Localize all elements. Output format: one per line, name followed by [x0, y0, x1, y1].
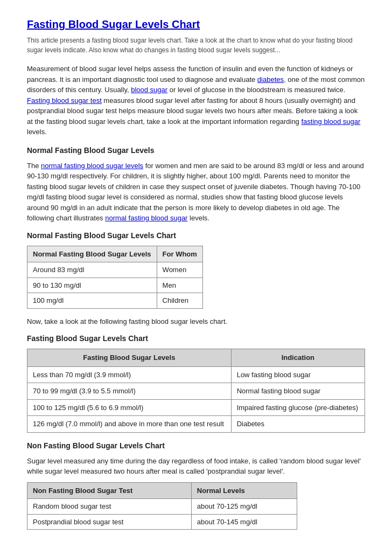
- normal-table-cell-1-1: Men: [157, 278, 202, 293]
- table-row: Random blood sugar testabout 70-125 mg/d…: [27, 499, 297, 515]
- normal-fasting-table: Normal Fasting Blood Sugar Levels For Wh…: [27, 246, 203, 309]
- section2-heading: Fasting Blood Sugar Levels Chart: [27, 333, 365, 344]
- section1-heading: Normal Fasting Blood Sugar Levels: [27, 145, 365, 156]
- fasting-table-cell-3-0: 126 mg/dl (7.0 mmol/l) and above in more…: [27, 416, 232, 433]
- normal-table-header-1: Normal Fasting Blood Sugar Levels: [27, 246, 157, 262]
- section3-paragraph: Sugar level measured any time during the…: [27, 456, 365, 477]
- table-row: 100 to 125 mg/dl (5.6 to 6.9 mmol/l)Impa…: [27, 399, 365, 416]
- normal-table-cell-0-0: Around 83 mg/dl: [27, 262, 157, 278]
- nonfasting-table-cell-0-1: about 70-125 mg/dl: [191, 499, 297, 515]
- normal-table-cell-2-0: 100 mg/dl: [27, 293, 157, 309]
- normal-fasting-link[interactable]: normal fasting blood sugar levels: [41, 162, 143, 170]
- nonfasting-table-header-2: Normal Levels: [191, 482, 297, 499]
- fasting-table-cell-2-1: Impaired fasting glucose (pre-diabetes): [231, 399, 365, 416]
- table-row: Around 83 mg/dlWomen: [27, 262, 203, 278]
- table-row: 70 to 99 mg/dl (3.9 to 5.5 mmol/l)Normal…: [27, 383, 365, 400]
- nonfasting-chart-table: Non Fasting Blood Sugar Test Normal Leve…: [27, 482, 297, 530]
- normal-table-cell-1-0: 90 to 130 mg/dl: [27, 278, 157, 293]
- section1-paragraph: The normal fasting blood sugar levels fo…: [27, 161, 365, 224]
- fasting-table-cell-0-0: Less than 70 mg/dl (3.9 mmol/l): [27, 366, 232, 383]
- fasting-blood-sugar-test-link[interactable]: Fasting blood sugar test: [27, 96, 102, 105]
- fasting-table-cell-2-0: 100 to 125 mg/dl (5.6 to 6.9 mmol/l): [27, 399, 232, 416]
- normal-fasting-link2[interactable]: normal fasting blood sugar: [105, 214, 187, 222]
- page-subtitle: This article presents a fasting blood su…: [27, 36, 365, 55]
- table-row: 90 to 130 mg/dlMen: [27, 278, 203, 293]
- section3-heading: Non Fasting Blood Sugar Levels Chart: [27, 440, 365, 452]
- normal-table-header-2: For Whom: [157, 246, 202, 262]
- page-title: Fasting Blood Sugar Levels Chart: [27, 16, 365, 32]
- fasting-chart-table: Fasting Blood Sugar Levels Indication Le…: [27, 349, 365, 433]
- diabetes-link[interactable]: diabetes: [257, 75, 284, 84]
- table-row: Less than 70 mg/dl (3.9 mmol/l)Low fasti…: [27, 366, 365, 383]
- fasting-table-cell-1-1: Normal fasting blood sugar: [231, 383, 365, 400]
- nonfasting-table-cell-1-0: Postprandial blood sugar test: [27, 514, 192, 530]
- fasting-table-cell-1-0: 70 to 99 mg/dl (3.9 to 5.5 mmol/l): [27, 383, 232, 400]
- fasting-table-cell-0-1: Low fasting blood sugar: [231, 366, 365, 383]
- fasting-table-cell-3-1: Diabetes: [231, 416, 365, 433]
- fasting-blood-sugar-link[interactable]: fasting blood sugar: [301, 117, 360, 126]
- section1-chart-heading: Normal Fasting Blood Sugar Levels Chart: [27, 230, 365, 241]
- normal-table-cell-0-1: Women: [157, 262, 202, 278]
- nonfasting-table-cell-1-1: about 70-145 mg/dl: [191, 514, 297, 530]
- table-row: 126 mg/dl (7.0 mmol/l) and above in more…: [27, 416, 365, 433]
- blood-sugar-link[interactable]: blood sugar: [131, 86, 167, 94]
- fasting-table-header-2: Indication: [231, 349, 365, 367]
- normal-table-cell-2-1: Children: [157, 293, 202, 309]
- table-row: 100 mg/dlChildren: [27, 293, 203, 309]
- nonfasting-table-cell-0-0: Random blood sugar test: [27, 499, 192, 515]
- table-row: Postprandial blood sugar testabout 70-14…: [27, 514, 297, 530]
- intro-paragraph: Measurement of blood sugar level helps a…: [27, 64, 365, 137]
- section2-intro: Now, take a look at the following fastin…: [27, 316, 365, 327]
- nonfasting-table-header-1: Non Fasting Blood Sugar Test: [27, 482, 192, 499]
- fasting-table-header-1: Fasting Blood Sugar Levels: [27, 349, 232, 367]
